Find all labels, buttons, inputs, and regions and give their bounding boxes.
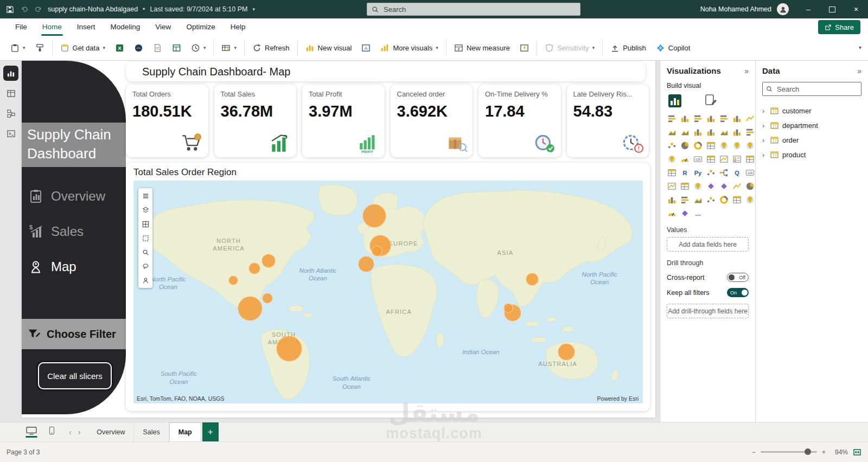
waterfall-chart-icon[interactable]	[732, 127, 742, 137]
map-bubble[interactable]	[276, 336, 302, 362]
sidebar-item-overview[interactable]: Overview	[22, 183, 126, 209]
map-bubble[interactable]	[358, 256, 374, 272]
custom-visual-6-icon[interactable]	[706, 195, 716, 205]
menu-help[interactable]: Help	[223, 18, 253, 36]
chevron-right-icon[interactable]: ›	[762, 136, 767, 144]
maximize-button[interactable]	[820, 0, 844, 18]
custom-visual-10-icon[interactable]	[667, 208, 677, 219]
line-and-stacked-column-chart-icon[interactable]	[693, 127, 703, 137]
drill-through-field-well[interactable]: Add drill-through fields here	[667, 304, 749, 318]
stacked-column-chart-icon[interactable]	[680, 113, 690, 124]
new-measure-button[interactable]: # New measure	[449, 39, 515, 58]
pie-chart-icon[interactable]	[680, 140, 690, 151]
map-selection-icon[interactable]	[141, 234, 150, 242]
redo-icon[interactable]	[34, 5, 43, 14]
stacked-area-chart-icon[interactable]	[680, 127, 690, 137]
get-data-button[interactable]: Get data ▾	[55, 39, 110, 58]
collapse-data-panel-icon[interactable]: »	[857, 67, 861, 75]
cross-report-toggle[interactable]: Off	[727, 273, 749, 282]
menu-optimize[interactable]: Optimize	[178, 18, 222, 36]
chevron-right-icon[interactable]: ›	[762, 121, 767, 130]
menu-home[interactable]: Home	[35, 18, 69, 36]
line-chart-icon[interactable]	[745, 113, 755, 124]
metrics-icon[interactable]	[667, 181, 677, 191]
more-options-icon[interactable]: …	[693, 208, 703, 219]
kpi-total-profit[interactable]: Total Profit 3.97M PROFIT	[302, 85, 385, 157]
dax-query-view-button[interactable]	[3, 126, 18, 141]
table-view-button[interactable]	[3, 86, 18, 101]
undo-icon[interactable]	[20, 5, 29, 14]
next-page-icon[interactable]: ›	[78, 428, 81, 437]
copilot-button[interactable]: Copilot	[651, 39, 695, 58]
more-visuals-button[interactable]: More visuals ▾	[375, 39, 443, 58]
map-area[interactable]: NORTH AMERICAEUROPEASIAAFRICASOUTH AMERI…	[133, 181, 643, 403]
mobile-layout-button[interactable]	[49, 426, 55, 435]
map-bubble[interactable]	[238, 296, 263, 321]
build-visual-tab[interactable]	[668, 94, 682, 108]
add-page-button[interactable]: +	[202, 422, 219, 441]
keep-all-filters-toggle[interactable]: On	[727, 288, 749, 297]
arcgis-map-icon[interactable]	[693, 181, 703, 191]
gauge-icon[interactable]	[680, 154, 690, 164]
map-search-icon[interactable]	[141, 248, 150, 256]
avatar[interactable]	[777, 3, 789, 15]
matrix-icon[interactable]	[667, 168, 677, 178]
map-bubble[interactable]	[526, 273, 539, 286]
map-bubble[interactable]	[262, 293, 273, 304]
map-icon[interactable]	[719, 140, 729, 151]
funnel-chart-icon[interactable]	[745, 127, 755, 137]
onelake-data-hub-button[interactable]	[129, 39, 148, 58]
donut-chart-icon[interactable]	[693, 140, 703, 151]
kpi-icon[interactable]	[719, 154, 729, 164]
enter-data-button[interactable]	[148, 39, 167, 58]
recent-sources-button[interactable]: ▾	[186, 39, 211, 58]
line-and-clustered-column-chart-icon[interactable]	[706, 127, 716, 137]
clustered-column-chart-icon[interactable]	[706, 113, 716, 124]
table-item-department[interactable]: › department	[762, 118, 861, 133]
excel-workbook-button[interactable]: X	[110, 39, 129, 58]
map-menu-icon[interactable]	[141, 191, 150, 200]
hundred-percent-stacked-column-chart-icon[interactable]	[732, 113, 742, 124]
map-powered-by[interactable]: Powered by Esri	[597, 395, 639, 402]
sidebar-item-sales[interactable]: $ Sales	[22, 219, 126, 245]
map-bubble[interactable]	[503, 303, 513, 313]
data-search-box[interactable]	[762, 82, 861, 96]
scatter-chart-icon[interactable]	[667, 140, 677, 151]
map-bubble[interactable]	[558, 343, 575, 361]
zoom-out-button[interactable]: −	[752, 448, 756, 456]
page-tab-map[interactable]: Map	[169, 422, 201, 441]
global-search-box[interactable]	[367, 3, 580, 16]
zoom-slider-knob[interactable]	[805, 448, 811, 455]
kpi-total-orders[interactable]: Total Orders 180.51K	[126, 85, 208, 157]
custom-visual-1-icon[interactable]	[732, 181, 742, 191]
custom-visual-4-icon[interactable]	[680, 195, 690, 205]
table-item-customer[interactable]: › customer	[762, 104, 861, 118]
choose-filter-header[interactable]: Choose Filter	[22, 319, 126, 349]
custom-visual-3-icon[interactable]	[667, 195, 677, 205]
prev-page-icon[interactable]: ‹	[69, 428, 72, 437]
map-bubble[interactable]	[228, 275, 238, 285]
map-visual-card[interactable]: Total Sales Order Region	[126, 163, 650, 411]
format-visual-tab[interactable]	[704, 94, 718, 108]
custom-visual-8-icon[interactable]	[732, 195, 742, 205]
filled-map-icon[interactable]	[732, 140, 742, 151]
power-apps-visual-icon[interactable]	[706, 181, 716, 191]
refresh-button[interactable]: Refresh	[247, 39, 295, 58]
custom-visual-11-icon[interactable]	[680, 208, 690, 219]
quick-measure-button[interactable]	[515, 39, 534, 58]
table-icon[interactable]	[745, 154, 755, 164]
map-bubble[interactable]	[248, 262, 260, 274]
paginated-report-icon[interactable]	[680, 181, 690, 191]
area-chart-icon[interactable]	[667, 127, 677, 137]
key-influencers-icon[interactable]	[706, 168, 716, 178]
map-person-icon[interactable]	[141, 276, 150, 285]
sensitivity-button[interactable]: Sensitivity ▾	[540, 39, 599, 58]
chevron-right-icon[interactable]: ›	[762, 151, 767, 159]
smart-narrative-icon[interactable]: 123	[745, 168, 755, 178]
format-painter-button[interactable]	[30, 39, 49, 58]
python-visual-icon[interactable]: Py	[693, 168, 703, 178]
qna-visual-icon[interactable]: Q	[732, 168, 742, 178]
map-basemap-icon[interactable]	[141, 220, 150, 228]
ribbon-chart-icon[interactable]	[719, 127, 729, 137]
zoom-slider[interactable]	[761, 451, 817, 453]
